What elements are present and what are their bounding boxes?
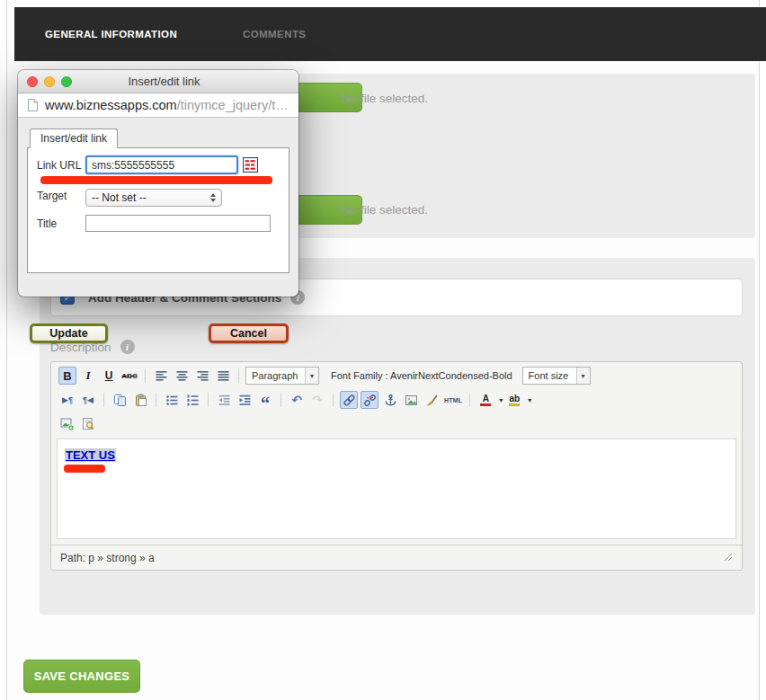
editor-status-bar: Path: p » strong » a xyxy=(51,545,742,570)
save-changes-button[interactable]: SAVE CHANGES xyxy=(23,660,140,693)
anchor-icon xyxy=(384,394,397,407)
insert-image-button[interactable] xyxy=(402,391,420,409)
minimize-window-button[interactable] xyxy=(44,76,55,87)
anchor-button[interactable] xyxy=(381,391,399,409)
highlight-color-dropdown[interactable]: ▾ xyxy=(528,396,531,404)
window-title: Insert/edit link xyxy=(78,75,289,88)
align-right-button[interactable] xyxy=(193,367,211,385)
title-label: Title xyxy=(37,217,85,230)
resize-grip[interactable] xyxy=(724,552,733,564)
unlink-button[interactable] xyxy=(361,391,379,409)
url-host: www.biznessapps.com xyxy=(45,98,177,112)
dialog-body: Insert/edit link Link URL Target -- Not … xyxy=(18,119,298,297)
chevron-down-icon: ▾ xyxy=(576,368,590,384)
link-url-row: Link URL xyxy=(37,155,280,174)
html-source-button[interactable]: HTML xyxy=(443,391,463,409)
outdent-icon xyxy=(218,394,231,407)
toolbar-row-3 xyxy=(51,411,742,435)
insert-link-button[interactable] xyxy=(340,391,358,409)
image-add-icon xyxy=(60,417,75,431)
link-fieldset: Link URL Target -- Not set -- Title xyxy=(27,147,289,273)
dialog-address-bar: www.biznessapps.com/tinymce_jquery/t… xyxy=(18,93,298,118)
tab-general-information[interactable]: GENERAL INFORMATION xyxy=(45,29,177,40)
paragraph-format-select[interactable]: Paragraph ▾ xyxy=(245,367,319,385)
ltr-button[interactable]: ▶¶ xyxy=(58,391,76,409)
top-navigation: GENERAL INFORMATION COMMENTS xyxy=(14,7,766,61)
align-left-icon xyxy=(155,369,168,383)
align-justify-button[interactable] xyxy=(214,367,232,385)
bullet-list-button[interactable] xyxy=(163,391,181,409)
target-label: Target xyxy=(37,190,85,202)
align-justify-icon xyxy=(217,369,230,383)
outdent-button[interactable] xyxy=(215,391,233,409)
indent-icon xyxy=(238,394,252,407)
text-color-swatch xyxy=(480,403,491,406)
paste-button[interactable] xyxy=(131,391,149,409)
tab-comments[interactable]: COMMENTS xyxy=(243,29,306,40)
toolbar-separator xyxy=(145,368,146,383)
cancel-button[interactable]: Cancel xyxy=(209,323,289,343)
blockquote-button[interactable]: “ xyxy=(256,391,274,409)
element-path: Path: p » strong » a xyxy=(60,552,155,564)
toolbar-row-2: ▶¶ ¶◀ “ ↶ ↷ xyxy=(51,386,742,411)
rtl-button[interactable]: ¶◀ xyxy=(79,391,97,409)
close-window-button[interactable] xyxy=(27,76,38,87)
font-size-select[interactable]: Font size ▾ xyxy=(522,367,591,385)
copy-icon xyxy=(113,394,127,407)
target-row: Target -- Not set -- xyxy=(37,185,280,207)
title-input[interactable] xyxy=(85,215,271,232)
insert-edit-link-dialog: Insert/edit link www.biznessapps.com/tin… xyxy=(18,70,298,297)
italic-button[interactable]: I xyxy=(79,367,97,385)
preview-button[interactable] xyxy=(79,415,97,433)
bold-button[interactable]: B xyxy=(58,367,76,385)
dialog-title-bar[interactable]: Insert/edit link xyxy=(18,70,298,93)
insert-managed-image-button[interactable] xyxy=(58,415,76,433)
undo-button[interactable]: ↶ xyxy=(288,391,306,409)
toolbar-row-1: B I U ABC Paragraph ▾ Font Family : Aven… xyxy=(51,362,742,386)
broom-icon xyxy=(425,394,439,407)
page: GENERAL INFORMATION COMMENTS No file sel… xyxy=(0,0,766,700)
copy-button[interactable] xyxy=(111,391,129,409)
strikethrough-button[interactable]: ABC xyxy=(120,367,138,385)
redo-button[interactable]: ↷ xyxy=(308,391,326,409)
align-center-button[interactable] xyxy=(173,367,191,385)
toolbar-separator xyxy=(333,393,334,407)
toolbar-separator xyxy=(208,393,209,407)
select-stepper-icon xyxy=(210,193,216,202)
dialog-tab-insert-edit-link[interactable]: Insert/edit link xyxy=(30,128,118,148)
align-left-button[interactable] xyxy=(152,367,170,385)
editor-content-area[interactable]: TEXT US xyxy=(57,439,736,539)
image-icon xyxy=(405,394,418,407)
toolbar-separator xyxy=(469,393,470,407)
numbered-list-button[interactable] xyxy=(183,391,201,409)
browse-list-icon xyxy=(243,157,258,173)
content-link-text[interactable]: TEXT US xyxy=(65,448,116,462)
url-path: /tinymce_jquery/t… xyxy=(177,98,289,112)
toolbar-separator xyxy=(281,393,281,407)
update-button[interactable]: Update xyxy=(30,323,108,343)
annotation-underline xyxy=(64,465,105,473)
info-icon[interactable]: i xyxy=(120,340,135,354)
text-color-dropdown[interactable]: ▾ xyxy=(499,396,503,404)
link-url-input[interactable] xyxy=(85,155,238,174)
paste-icon xyxy=(134,394,147,407)
title-row: Title xyxy=(37,215,280,232)
resize-grip-icon xyxy=(724,553,733,562)
numbered-list-icon xyxy=(186,394,200,407)
file-status-2: No file selected. xyxy=(342,203,428,217)
page-file-icon xyxy=(26,98,39,112)
unlink-icon xyxy=(363,394,377,407)
browse-link-button[interactable] xyxy=(243,157,258,173)
align-right-icon xyxy=(196,369,209,383)
indent-button[interactable] xyxy=(236,391,254,409)
zoom-window-button[interactable] xyxy=(61,76,72,87)
target-select[interactable]: -- Not set -- xyxy=(85,189,222,207)
highlight-color-button[interactable]: ab xyxy=(505,391,523,409)
link-icon xyxy=(343,394,356,407)
cleanup-button[interactable] xyxy=(423,391,441,409)
link-url-label: Link URL xyxy=(37,159,85,172)
annotation-underline xyxy=(40,176,272,184)
text-color-button[interactable]: A xyxy=(477,391,494,409)
underline-button[interactable]: U xyxy=(100,367,118,385)
toolbar-separator xyxy=(103,393,104,407)
